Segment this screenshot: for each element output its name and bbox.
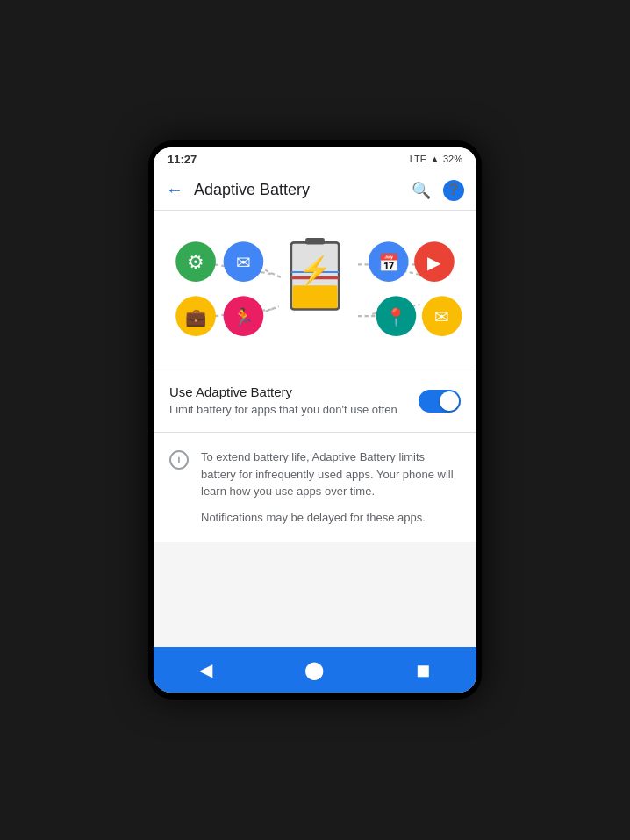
toggle-thumb bbox=[440, 391, 459, 411]
info-icon: i bbox=[169, 450, 189, 470]
nav-bar: ◀ ⬤ ◼ bbox=[154, 647, 476, 693]
svg-text:▶: ▶ bbox=[427, 252, 441, 271]
page-title: Adaptive Battery bbox=[194, 181, 401, 199]
illustration-area: ⚙ ✉ 💼 🏃 ⚡ bbox=[154, 211, 476, 370]
content-filler bbox=[154, 542, 476, 647]
toggle-title: Use Adaptive Battery bbox=[169, 384, 408, 399]
status-time: 11:27 bbox=[168, 153, 197, 166]
signal-icon: ▲ bbox=[430, 154, 440, 164]
svg-text:✉: ✉ bbox=[434, 306, 449, 326]
app-bar: ← Adaptive Battery 🔍 ? bbox=[154, 171, 476, 211]
info-row: i To extend battery life, Adaptive Batte… bbox=[154, 433, 476, 542]
nav-home-button[interactable]: ⬤ bbox=[287, 656, 341, 684]
svg-text:🏃: 🏃 bbox=[233, 305, 254, 327]
adaptive-battery-toggle-row: Use Adaptive Battery Limit battery for a… bbox=[154, 370, 476, 433]
phone-screen: 11:27 LTE ▲ 32% ← Adaptive Battery 🔍 ? bbox=[154, 147, 476, 693]
phone-frame: 11:27 LTE ▲ 32% ← Adaptive Battery 🔍 ? bbox=[148, 140, 482, 700]
svg-text:📍: 📍 bbox=[385, 305, 407, 327]
info-paragraph-1: To extend battery life, Adaptive Battery… bbox=[201, 449, 461, 500]
svg-text:⚙: ⚙ bbox=[187, 250, 204, 272]
svg-text:📅: 📅 bbox=[378, 251, 400, 272]
svg-text:⚡: ⚡ bbox=[298, 253, 332, 285]
adaptive-battery-switch[interactable] bbox=[419, 390, 461, 413]
nav-recents-button[interactable]: ◼ bbox=[398, 656, 448, 684]
search-icon[interactable]: 🔍 bbox=[412, 181, 431, 200]
toggle-subtitle: Limit battery for apps that you don't us… bbox=[169, 402, 408, 418]
battery-indicator: 32% bbox=[443, 154, 462, 164]
svg-text:✉: ✉ bbox=[236, 252, 251, 271]
info-text-area: To extend battery life, Adaptive Battery… bbox=[201, 449, 461, 526]
battery-illustration: ⚙ ✉ 💼 🏃 ⚡ bbox=[162, 228, 468, 352]
status-bar: 11:27 LTE ▲ 32% bbox=[154, 147, 476, 171]
svg-rect-17 bbox=[305, 238, 325, 245]
app-bar-actions: 🔍 ? bbox=[412, 180, 464, 201]
back-button[interactable]: ← bbox=[166, 180, 183, 200]
lte-indicator: LTE bbox=[410, 154, 426, 164]
help-label: ? bbox=[449, 181, 459, 199]
info-paragraph-2: Notifications may be delayed for these a… bbox=[201, 509, 461, 527]
nav-back-button[interactable]: ◀ bbox=[182, 656, 230, 684]
status-icons: LTE ▲ 32% bbox=[410, 154, 462, 164]
svg-text:💼: 💼 bbox=[185, 305, 207, 327]
help-button[interactable]: ? bbox=[443, 180, 464, 201]
svg-rect-18 bbox=[292, 285, 337, 308]
toggle-text-area: Use Adaptive Battery Limit battery for a… bbox=[169, 384, 408, 418]
